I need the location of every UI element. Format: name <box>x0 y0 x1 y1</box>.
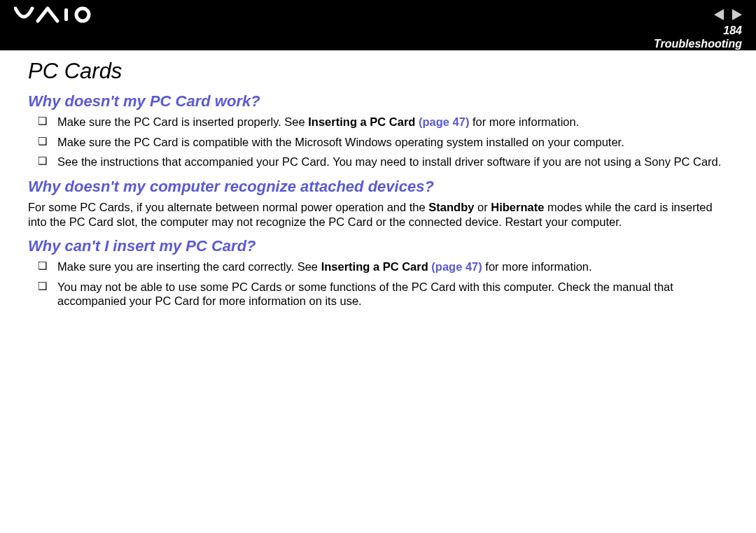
list-item: Make sure the PC Card is inserted proper… <box>43 115 728 129</box>
svg-point-1 <box>76 8 89 21</box>
svg-rect-0 <box>64 8 68 21</box>
list-item: You may not be able to use some PC Cards… <box>43 280 728 308</box>
hibernate-term: Hibernate <box>491 201 544 213</box>
next-page-icon[interactable] <box>732 9 742 20</box>
page-title: PC Cards <box>28 59 728 84</box>
text: or <box>474 201 491 213</box>
q1-heading: Why doesn't my PC Card work? <box>28 92 728 111</box>
q2-paragraph: For some PC Cards, if you alternate betw… <box>28 200 728 229</box>
text: Make sure you are inserting the card cor… <box>57 260 321 273</box>
section-label: Troubleshooting <box>654 37 742 50</box>
q3-heading: Why can't I insert my PC Card? <box>28 237 728 255</box>
vaio-logo <box>14 6 98 24</box>
standby-term: Standby <box>428 201 474 213</box>
bold-ref: Inserting a PC Card <box>321 260 432 273</box>
text: For some PC Cards, if you alternate betw… <box>28 201 428 213</box>
nav-arrows <box>714 9 742 20</box>
q1-list: Make sure the PC Card is inserted proper… <box>28 115 728 169</box>
page-content: PC Cards Why doesn't my PC Card work? Ma… <box>0 50 756 328</box>
prev-page-icon[interactable] <box>714 9 724 20</box>
text: for more information. <box>469 115 579 128</box>
page-ref-link[interactable]: (page 47) <box>419 115 469 128</box>
q3-list: Make sure you are inserting the card cor… <box>28 260 728 308</box>
page-number: 184 <box>723 24 742 37</box>
list-item: See the instructions that accompanied yo… <box>43 155 728 169</box>
list-item: Make sure the PC Card is compatible with… <box>43 135 728 150</box>
q2-heading: Why doesn't my computer recognize attach… <box>28 178 728 196</box>
page-header: 184 Troubleshooting <box>0 0 756 50</box>
list-item: Make sure you are inserting the card cor… <box>43 260 728 274</box>
text: for more information. <box>482 260 592 273</box>
header-meta: 184 Troubleshooting <box>14 24 742 50</box>
bold-ref: Inserting a PC Card <box>308 115 419 128</box>
header-top-row <box>14 6 742 24</box>
text: Make sure the PC Card is inserted proper… <box>57 115 308 128</box>
page-ref-link[interactable]: (page 47) <box>431 260 482 273</box>
